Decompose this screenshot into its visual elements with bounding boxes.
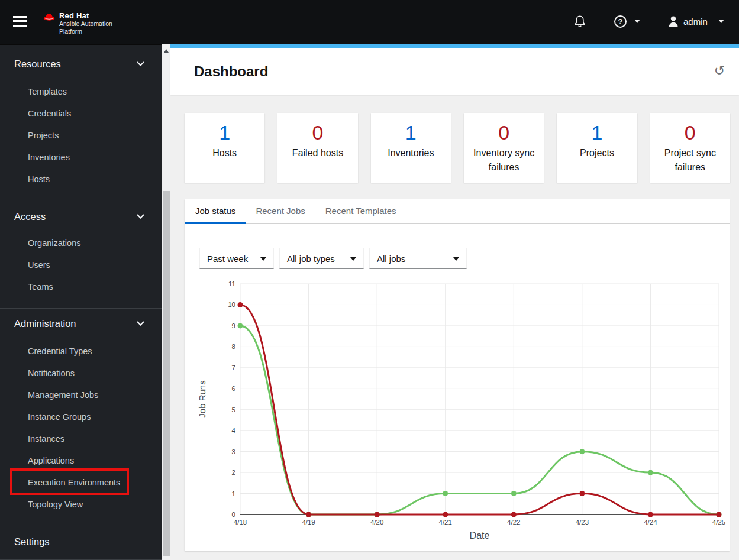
svg-text:0: 0 <box>232 511 235 518</box>
sidebar-item-users[interactable]: Users <box>0 254 162 276</box>
card-failed-hosts[interactable]: 0 Failed hosts <box>277 113 357 183</box>
chevron-down-icon <box>137 214 144 219</box>
caret-down-icon <box>350 257 356 261</box>
select-value: All jobs <box>377 254 405 264</box>
sidebar-section-resources[interactable]: Resources <box>0 52 162 76</box>
sidebar-item-instance-groups[interactable]: Instance Groups <box>0 406 162 428</box>
tab-job-status[interactable]: Job status <box>185 199 246 224</box>
sidebar-item-hosts[interactable]: Hosts <box>0 169 162 190</box>
sidebar-item-notifications[interactable]: Notifications <box>0 362 162 384</box>
brand-logo: Red Hat Ansible Automation Platform <box>43 12 125 35</box>
chevron-down-icon <box>137 61 144 66</box>
chevron-down-icon <box>137 321 144 326</box>
hamburger-bar <box>13 16 27 18</box>
sidebar-section-settings[interactable]: Settings <box>0 530 162 553</box>
caret-down-icon <box>260 257 266 261</box>
card-label: Inventory sync failures <box>464 146 544 174</box>
svg-text:9: 9 <box>232 322 235 329</box>
select-value: Past week <box>207 254 248 264</box>
help-icon[interactable]: ? <box>614 15 627 28</box>
svg-text:1: 1 <box>232 490 235 497</box>
card-label: Project sync failures <box>650 146 730 174</box>
sidebar-item-teams[interactable]: Teams <box>0 276 162 298</box>
sidebar-item-management-jobs[interactable]: Management Jobs <box>0 384 162 406</box>
svg-text:4/18: 4/18 <box>234 519 247 526</box>
brand-subtitle: Ansible Automation Platform <box>59 20 125 35</box>
tab-recent-jobs[interactable]: Recent Jobs <box>246 199 315 224</box>
svg-text:4/19: 4/19 <box>302 519 315 526</box>
sidebar-item-instances[interactable]: Instances <box>0 428 162 450</box>
sidebar-item-topology-view[interactable]: Topology View <box>0 494 162 516</box>
select-value: All job types <box>287 254 335 264</box>
card-label: Projects <box>557 146 637 160</box>
annotation-highlight-box <box>10 468 129 495</box>
scrollbar-up-arrow-icon[interactable] <box>164 49 169 53</box>
sidebar-item-templates[interactable]: Templates <box>0 81 162 103</box>
divider <box>0 196 162 196</box>
svg-text:3: 3 <box>232 448 235 455</box>
svg-text:Date: Date <box>470 530 490 540</box>
card-project-sync-failures[interactable]: 0 Project sync failures <box>650 113 730 183</box>
sidebar-item-projects[interactable]: Projects <box>0 125 162 147</box>
redhat-fedora-icon <box>43 12 56 22</box>
loading-progress-bar <box>170 44 739 48</box>
sidebar-scrollbar[interactable] <box>162 44 170 560</box>
divider <box>0 308 162 309</box>
section-label: Settings <box>14 536 50 547</box>
card-hosts[interactable]: 1 Hosts <box>185 113 264 183</box>
tab-recent-templates[interactable]: Recent Templates <box>315 199 406 224</box>
svg-text:5: 5 <box>232 406 235 413</box>
svg-text:4: 4 <box>232 427 236 434</box>
card-value[interactable]: 0 <box>277 120 357 145</box>
sidebar-item-organizations[interactable]: Organizations <box>0 232 162 254</box>
user-avatar-icon[interactable] <box>668 15 679 28</box>
svg-text:4/24: 4/24 <box>644 519 657 526</box>
svg-text:11: 11 <box>228 280 235 287</box>
section-label: Administration <box>14 318 76 329</box>
job-status-panel: Job status Recent Jobs Recent Templates … <box>185 199 730 551</box>
section-label: Access <box>14 211 46 222</box>
period-select[interactable]: Past week <box>199 248 274 269</box>
sidebar-item-credential-types[interactable]: Credential Types <box>0 341 162 362</box>
user-dropdown-caret-icon[interactable] <box>718 20 724 23</box>
brand-title: Red Hat <box>59 12 125 20</box>
sidebar-section-access[interactable]: Access <box>0 205 162 228</box>
svg-text:4/20: 4/20 <box>370 519 383 526</box>
notifications-bell-icon[interactable] <box>574 15 586 28</box>
summary-cards: 1 Hosts 0 Failed hosts 1 Inventories 0 I… <box>185 113 730 183</box>
svg-text:4/21: 4/21 <box>439 519 452 526</box>
divider <box>0 526 162 526</box>
card-inventories[interactable]: 1 Inventories <box>371 113 451 183</box>
card-value[interactable]: 1 <box>557 120 637 145</box>
svg-text:4/23: 4/23 <box>576 519 589 526</box>
card-inventory-sync-failures[interactable]: 0 Inventory sync failures <box>464 113 544 183</box>
help-dropdown-caret-icon[interactable] <box>634 20 640 23</box>
sidebar-section-administration[interactable]: Administration <box>0 312 162 335</box>
caret-down-icon <box>453 257 459 261</box>
svg-text:4/22: 4/22 <box>507 519 520 526</box>
svg-text:Job Runs: Job Runs <box>197 380 207 417</box>
chart-filters: Past week All job types All jobs <box>199 248 467 269</box>
svg-text:10: 10 <box>228 301 235 308</box>
sidebar-item-inventories[interactable]: Inventories <box>0 147 162 169</box>
svg-text:6: 6 <box>232 385 235 392</box>
hamburger-bar <box>13 25 27 27</box>
card-value[interactable]: 1 <box>371 120 451 145</box>
history-icon[interactable]: ↺ <box>710 62 729 81</box>
svg-text:8: 8 <box>232 343 235 350</box>
menu-toggle-icon[interactable] <box>13 16 27 28</box>
card-value[interactable]: 0 <box>464 120 544 145</box>
job-runs-line-chart: 012345678910114/184/194/204/214/224/234/… <box>196 276 730 542</box>
card-value[interactable]: 0 <box>650 120 730 145</box>
card-projects[interactable]: 1 Projects <box>557 113 637 183</box>
section-label: Resources <box>14 59 61 69</box>
username-label[interactable]: admin <box>683 15 708 29</box>
tabs: Job status Recent Jobs Recent Templates <box>185 199 730 224</box>
jobs-select[interactable]: All jobs <box>369 248 467 269</box>
svg-text:4/25: 4/25 <box>712 519 725 526</box>
job-type-select[interactable]: All job types <box>279 248 364 269</box>
sidebar-item-credentials[interactable]: Credentials <box>0 103 162 125</box>
scrollbar-thumb[interactable] <box>163 191 170 556</box>
card-value[interactable]: 1 <box>185 120 264 145</box>
svg-text:7: 7 <box>232 364 235 371</box>
